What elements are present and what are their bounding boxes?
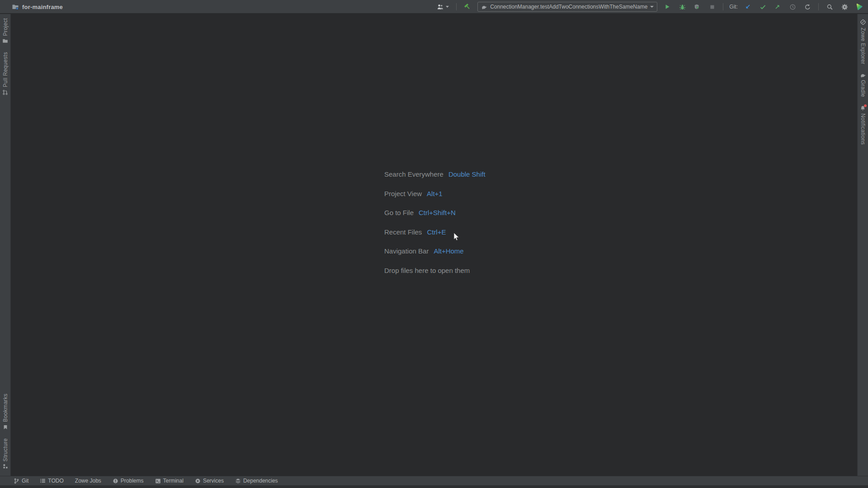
build-hammer-icon — [464, 3, 471, 10]
toolwindow-tab-zowe-explorer[interactable]: Zowe Explorer — [858, 15, 868, 68]
debug-button[interactable] — [677, 2, 687, 12]
history-button[interactable] — [788, 2, 797, 12]
toolbar-separator — [818, 3, 819, 10]
toolwindow-tab-label: Problems — [121, 478, 144, 484]
left-stripe-top-group: Project Pull Requests — [0, 14, 11, 99]
shortcut-keys: Alt+Home — [434, 247, 463, 255]
history-clock-icon — [789, 4, 796, 10]
shortcut-keys: Ctrl+E — [427, 228, 446, 236]
left-stripe-bottom-group: Bookmarks Structure — [0, 389, 11, 476]
toolwindow-tab-bookmarks[interactable]: Bookmarks — [0, 389, 11, 434]
chevron-down-icon — [446, 6, 449, 8]
run-icon — [664, 4, 670, 10]
window-bottom-edge — [0, 485, 868, 488]
shortcut-keys: Ctrl+Shift+N — [419, 209, 456, 216]
empty-editor-shortcut-hints: Search Everywhere Double Shift Project V… — [384, 170, 486, 286]
build-hammer-button[interactable] — [462, 2, 472, 12]
commit-check-icon — [760, 4, 766, 10]
gradle-elephant-icon — [481, 4, 487, 9]
push-button[interactable] — [773, 2, 783, 12]
structure-icon — [3, 464, 8, 469]
commit-button[interactable] — [758, 2, 768, 12]
pull-request-icon — [2, 89, 8, 95]
toolwindow-tab-label: Notifications — [860, 113, 866, 145]
shortcut-hint-row: Navigation Bar Alt+Home — [384, 247, 486, 256]
toolwindow-tab-label: Services — [203, 478, 224, 484]
shortcut-hint-row: Recent Files Ctrl+E — [384, 228, 486, 237]
ide-logo-icon[interactable] — [854, 2, 864, 12]
notification-badge-dot — [864, 104, 867, 107]
dependencies-icon — [235, 478, 241, 484]
toolwindow-tab-label: Structure — [2, 438, 9, 461]
mouse-cursor — [453, 232, 460, 242]
problems-icon — [113, 478, 118, 484]
search-everywhere-button[interactable] — [825, 2, 835, 12]
shortcut-keys: Double Shift — [448, 170, 486, 178]
toolwindow-tab-pull-requests[interactable]: Pull Requests — [0, 48, 11, 99]
todo-list-icon — [40, 478, 46, 483]
gradle-icon — [860, 72, 866, 78]
toolwindow-tab-label: Git — [22, 478, 28, 484]
toolwindow-tab-label: TODO — [48, 478, 63, 484]
rollback-button[interactable] — [802, 2, 812, 12]
search-icon — [826, 4, 833, 10]
toolwindow-tab-label: Bookmarks — [2, 394, 9, 422]
settings-gear-button[interactable] — [840, 2, 849, 12]
toolbar-separator — [723, 3, 723, 10]
toolwindow-tab-label: Gradle — [860, 80, 866, 97]
shortcut-action: Go to File — [384, 209, 414, 216]
debug-icon — [679, 4, 686, 10]
terminal-icon — [155, 478, 161, 484]
toolwindow-tab-structure[interactable]: Structure — [0, 434, 11, 473]
toolwindow-tab-problems[interactable]: Problems — [113, 478, 144, 484]
git-toolbar-label: Git: — [729, 4, 738, 10]
project-title: for-mainframe — [22, 4, 63, 10]
run-with-coverage-button[interactable] — [692, 2, 702, 12]
update-project-button[interactable] — [743, 2, 753, 12]
right-stripe-top-group: Zowe Explorer Gradle Notif — [858, 14, 868, 149]
code-with-me-button[interactable] — [435, 2, 450, 12]
toolwindow-tab-project[interactable]: Project — [0, 14, 11, 48]
toolwindow-tab-notifications[interactable]: Notifications — [858, 101, 868, 149]
drop-files-hint: Drop files here to open them — [384, 267, 486, 276]
toolwindow-tab-label: Dependencies — [243, 478, 278, 484]
shortcut-hint-row: Project View Alt+1 — [384, 190, 486, 199]
zowe-icon — [860, 19, 866, 25]
notifications-bell-icon — [860, 105, 866, 111]
toolwindow-tab-zowe-jobs[interactable]: Zowe Jobs — [75, 478, 101, 484]
run-button[interactable] — [662, 2, 672, 12]
ide-window: for-mainframe — [0, 0, 868, 488]
folder-icon — [2, 38, 8, 44]
editor-empty-area: Search Everywhere Double Shift Project V… — [11, 14, 857, 476]
toolbar-separator — [456, 3, 457, 10]
update-project-icon — [745, 4, 751, 10]
run-configuration-select[interactable]: ConnectionManager.testAddTwoConnectionsW… — [477, 2, 657, 12]
right-toolwindow-stripe: Zowe Explorer Gradle Notif — [857, 14, 868, 476]
push-icon — [774, 4, 781, 10]
toolwindow-tab-todo[interactable]: TODO — [40, 478, 63, 484]
bookmark-icon — [3, 424, 8, 430]
run-configuration-name: ConnectionManager.testAddTwoConnectionsW… — [490, 4, 647, 10]
toolwindow-tab-dependencies[interactable]: Dependencies — [235, 478, 278, 484]
toolwindow-tab-gradle[interactable]: Gradle — [858, 68, 868, 101]
rollback-icon — [804, 4, 811, 10]
shortcut-hint-row: Go to File Ctrl+Shift+N — [384, 209, 486, 218]
toolwindow-tab-services[interactable]: Services — [195, 478, 224, 484]
toolwindow-tab-terminal[interactable]: Terminal — [155, 478, 184, 484]
shortcut-keys: Alt+1 — [427, 190, 443, 197]
shortcut-action: Recent Files — [384, 228, 422, 236]
toolwindow-tab-label: Zowe Explorer — [860, 28, 866, 64]
toolwindow-tab-git[interactable]: Git — [14, 478, 28, 484]
services-icon — [195, 478, 201, 484]
shortcut-action: Project View — [384, 190, 422, 197]
git-branch-icon — [14, 478, 19, 484]
stop-button[interactable] — [707, 2, 717, 12]
titlebar: for-mainframe — [0, 0, 868, 14]
project-widget[interactable]: for-mainframe — [12, 0, 63, 14]
shortcut-hint-row: Search Everywhere Double Shift — [384, 170, 486, 179]
toolwindow-tab-label: Pull Requests — [2, 52, 9, 87]
toolwindow-tab-label: Terminal — [163, 478, 184, 484]
toolwindow-tab-label: Zowe Jobs — [75, 478, 101, 484]
project-folder-icon — [12, 3, 19, 10]
left-toolwindow-stripe: Project Pull Requests — [0, 14, 11, 476]
